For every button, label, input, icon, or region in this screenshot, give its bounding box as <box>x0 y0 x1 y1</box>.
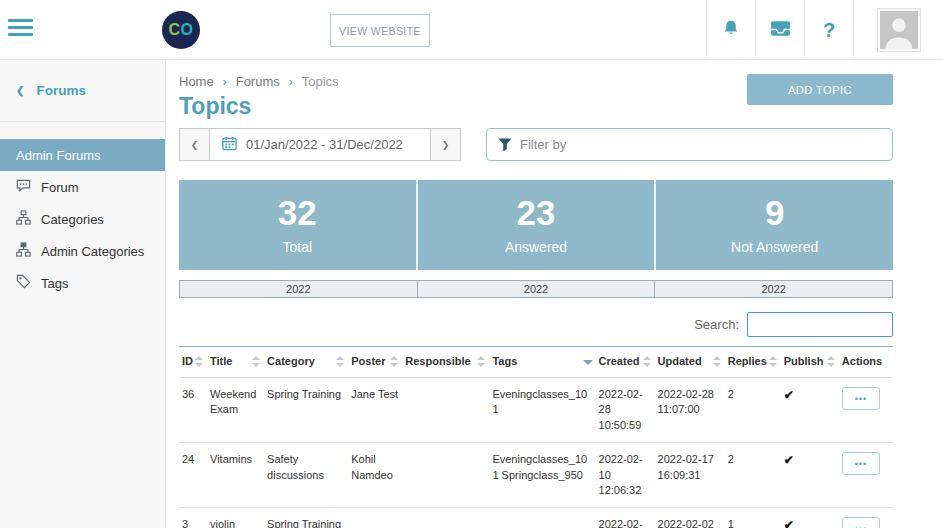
column-header-created[interactable]: Created <box>596 347 655 378</box>
inbox-button[interactable] <box>755 0 804 60</box>
cell-title: violin <box>207 508 264 528</box>
date-prev-button[interactable]: ❮ <box>179 128 210 161</box>
sidebar: ❮ Forums Admin Forums Forum Categories <box>0 60 166 528</box>
chevron-left-icon: ❮ <box>16 85 24 96</box>
cell-created: 2022-02-10 12:06:32 <box>596 443 655 508</box>
column-header-poster[interactable]: Poster <box>348 347 402 378</box>
sort-icon <box>390 356 399 367</box>
add-topic-button[interactable]: ADD TOPIC <box>747 74 893 105</box>
cell-tags: Eveningclasses_101 Springclass_950 <box>489 443 595 508</box>
cell-updated: 2022-02-17 16:09:31 <box>655 443 725 508</box>
app-window: CO VIEW WEBSITE ? <box>0 0 943 528</box>
cell-responsible <box>402 508 489 528</box>
row-actions-button[interactable]: ••• <box>842 387 880 410</box>
sort-icon <box>769 356 778 367</box>
chevron-left-icon: ❮ <box>191 140 199 150</box>
logo-letter-o: O <box>181 21 194 39</box>
chevron-right-icon: ❯ <box>442 140 450 150</box>
sidebar-item-label: Admin Categories <box>41 244 144 259</box>
column-header-replies[interactable]: Replies <box>725 347 781 378</box>
stats-year-row: 2022 2022 2022 <box>179 280 893 298</box>
column-header-category[interactable]: Category <box>264 347 348 378</box>
calendar-icon <box>222 136 237 154</box>
sidebar-item-tags[interactable]: Tags <box>0 267 165 299</box>
cell-id: 36 <box>179 378 207 443</box>
cell-poster <box>348 508 402 528</box>
user-menu-button[interactable] <box>853 0 943 60</box>
sort-icon <box>827 356 836 367</box>
cell-publish: ✔ <box>781 508 839 528</box>
stat-not-answered-label: Not Answered <box>731 239 818 255</box>
cell-actions: ••• <box>839 443 893 508</box>
stat-total-label: Total <box>283 239 313 255</box>
stats-bar: 32 Total 23 Answered 9 Not Answered <box>179 180 893 270</box>
notifications-button[interactable] <box>706 0 755 60</box>
sidebar-section-admin-forums[interactable]: Admin Forums <box>0 139 165 171</box>
date-range-display[interactable]: 01/Jan/2022 - 31/Dec/2022 <box>210 128 430 161</box>
menu-icon[interactable] <box>8 19 36 40</box>
stat-total: 32 Total <box>179 180 416 270</box>
column-header-updated[interactable]: Updated <box>655 347 725 378</box>
sort-icon <box>252 356 261 367</box>
search-input[interactable] <box>747 312 893 337</box>
column-header-publish[interactable]: Publish <box>781 347 839 378</box>
cell-actions: ••• <box>839 508 893 528</box>
stat-year: 2022 <box>180 281 417 297</box>
table-row: 24 Vitamins Safety discussions Kohil Nam… <box>179 443 893 508</box>
column-header-title[interactable]: Title <box>207 347 264 378</box>
cell-replies: 2 <box>725 443 781 508</box>
cell-publish: ✔ <box>781 443 839 508</box>
cell-category: Safety discussions <box>264 443 348 508</box>
sidebar-item-label: Categories <box>41 212 104 227</box>
row-actions-button[interactable]: ••• <box>842 517 880 528</box>
column-header-responsible[interactable]: Responsible <box>402 347 489 378</box>
cell-category: Spring Training <box>264 508 348 528</box>
admin-categories-icon <box>16 242 31 260</box>
cell-actions: ••• <box>839 378 893 443</box>
cell-updated: 2022-02-28 11:07:00 <box>655 378 725 443</box>
logo-letter-c: C <box>168 21 180 39</box>
sort-icon <box>643 356 652 367</box>
breadcrumb-forums[interactable]: Forums <box>236 74 280 89</box>
cell-poster: Kohil Namdeo <box>348 443 402 508</box>
inbox-icon <box>770 20 791 41</box>
cell-replies: 1 <box>725 508 781 528</box>
sidebar-item-forum[interactable]: Forum <box>0 171 165 203</box>
forum-icon <box>16 178 31 196</box>
publish-check-icon: ✔ <box>784 388 794 402</box>
sidebar-back-forums[interactable]: ❮ Forums <box>0 60 165 122</box>
cell-tags: Eveningclasses_101 <box>489 378 595 443</box>
chevron-right-icon: › <box>223 75 227 89</box>
column-header-tags[interactable]: Tags <box>489 347 595 378</box>
breadcrumb-topics: Topics <box>302 74 339 89</box>
sidebar-item-categories[interactable]: Categories <box>0 203 165 235</box>
cell-responsible <box>402 378 489 443</box>
cell-title: Vitamins <box>207 443 264 508</box>
cell-id: 24 <box>179 443 207 508</box>
stat-answered-label: Answered <box>505 239 567 255</box>
view-website-button[interactable]: VIEW WEBSITE <box>330 14 430 47</box>
app-logo[interactable]: CO <box>162 11 200 49</box>
stat-total-value: 32 <box>278 195 317 230</box>
breadcrumb-home[interactable]: Home <box>179 74 214 89</box>
table-row: 36 Weekend Exam Spring Training Jane Tes… <box>179 378 893 443</box>
sidebar-item-admin-categories[interactable]: Admin Categories <box>0 235 165 267</box>
sort-desc-icon <box>583 356 593 367</box>
cell-poster: Jane Test <box>348 378 402 443</box>
column-header-id[interactable]: ID <box>179 347 207 378</box>
table-header-row: ID Title Category Poster Responsible Tag… <box>179 347 893 378</box>
cell-id: 3 <box>179 508 207 528</box>
cell-title: Weekend Exam <box>207 378 264 443</box>
avatar <box>877 8 921 52</box>
publish-check-icon: ✔ <box>784 453 794 467</box>
sort-icon <box>336 356 345 367</box>
help-button[interactable]: ? <box>804 0 853 60</box>
filter-field <box>486 128 893 161</box>
date-next-button[interactable]: ❯ <box>430 128 461 161</box>
topbar: CO VIEW WEBSITE ? <box>0 0 943 60</box>
table-row: 3 violin Spring Training 2022-02-02 11:3… <box>179 508 893 528</box>
cell-responsible <box>402 443 489 508</box>
sort-icon <box>713 356 722 367</box>
filter-input[interactable] <box>487 129 892 160</box>
row-actions-button[interactable]: ••• <box>842 452 880 475</box>
